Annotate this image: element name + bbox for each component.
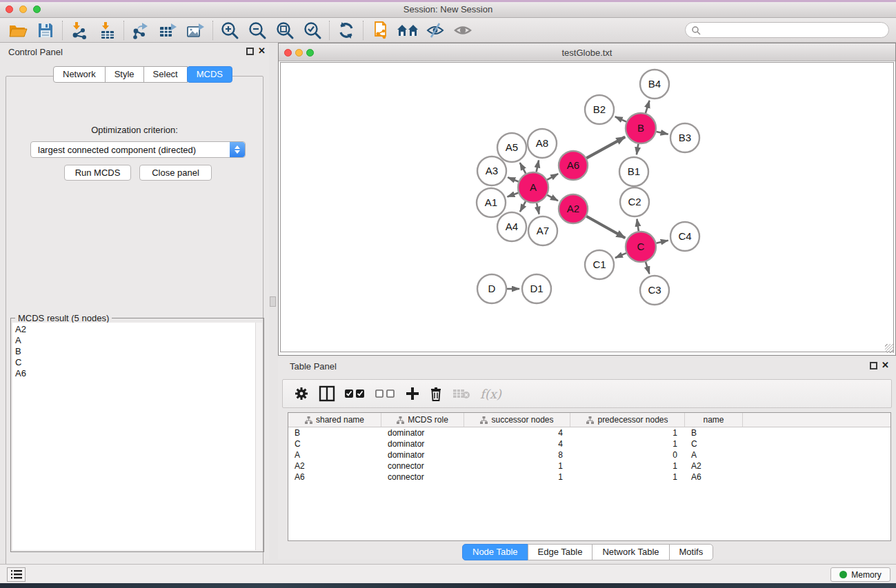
network-from-file-icon[interactable]	[366, 19, 394, 41]
node-label-B2: B2	[593, 103, 606, 115]
network-title: testGlobe.txt	[279, 48, 895, 58]
run-mcds-button[interactable]: Run MCDS	[64, 165, 131, 181]
table-header-row: shared nameMCDS rolesuccessor nodesprede…	[288, 413, 890, 427]
cell-MCDS-role: dominator	[381, 427, 464, 438]
node-label-A3: A3	[486, 165, 498, 176]
tab-motifs[interactable]: Motifs	[669, 544, 714, 560]
result-item[interactable]: A6	[15, 368, 255, 379]
edge-A6-B[interactable]	[586, 137, 625, 159]
zoom-in-icon[interactable]	[216, 19, 243, 41]
edge-C-C3[interactable]	[646, 262, 649, 274]
cell-shared-name: A	[288, 449, 381, 460]
cell-successor-nodes: 4	[464, 427, 570, 438]
export-image-icon[interactable]	[182, 19, 210, 41]
deselect-all-icon[interactable]	[375, 389, 396, 398]
cell-successor-nodes: 1	[464, 460, 570, 472]
column-header-name[interactable]: name	[685, 413, 743, 427]
column-header-predecessor-nodes[interactable]: predecessor nodes	[570, 413, 685, 427]
result-item[interactable]: C	[15, 357, 255, 368]
edge-B-B1[interactable]	[637, 144, 638, 155]
zoom-fit-icon[interactable]	[271, 19, 299, 41]
resize-grip-icon[interactable]	[885, 344, 894, 353]
zoom-selected-icon[interactable]	[299, 19, 326, 41]
optimization-dropdown[interactable]: largest connected component (directed)	[30, 141, 246, 158]
node-table[interactable]: shared nameMCDS rolesuccessor nodesprede…	[288, 412, 891, 541]
edge-A-A7[interactable]	[537, 203, 539, 214]
close-table-panel-icon[interactable]: ✕	[882, 360, 889, 370]
export-network-icon[interactable]	[127, 19, 155, 41]
column-header-shared-name[interactable]: shared name	[288, 413, 381, 427]
import-table-icon[interactable]	[93, 19, 121, 41]
float-table-panel-icon[interactable]	[870, 362, 877, 369]
edge-A-A3[interactable]	[508, 177, 518, 181]
edge-A-A1[interactable]	[508, 193, 519, 197]
result-item[interactable]: B	[15, 346, 255, 357]
tab-style[interactable]: Style	[105, 66, 144, 83]
search-input[interactable]	[701, 23, 888, 37]
column-label: MCDS role	[408, 415, 448, 425]
session-title: Session: New Session	[0, 4, 896, 14]
memory-status-icon	[839, 571, 847, 578]
table-row[interactable]: A6connector11A6	[288, 472, 890, 483]
home-icon[interactable]	[394, 19, 421, 41]
result-item[interactable]: A2	[15, 324, 255, 335]
edge-A-A6[interactable]	[547, 174, 558, 180]
export-table-icon[interactable]	[155, 19, 182, 41]
memory-button[interactable]: Memory	[830, 567, 890, 582]
edge-A-A2[interactable]	[547, 195, 558, 201]
network-view-window: testGlobe.txt B4B2BB3A5A8A6B1A3AA1C2A2A4…	[278, 43, 896, 356]
open-session-icon[interactable]	[4, 19, 32, 41]
splitter-handle[interactable]	[270, 296, 276, 307]
select-all-icon[interactable]	[345, 389, 366, 398]
tab-node-table[interactable]: Node Table	[462, 544, 528, 560]
tab-mcds[interactable]: MCDS	[187, 66, 232, 83]
zoom-out-icon[interactable]	[243, 19, 271, 41]
table-row[interactable]: Bdominator41B	[288, 427, 890, 438]
float-panel-icon[interactable]	[246, 48, 254, 55]
tab-network[interactable]: Network	[53, 66, 106, 83]
close-panel-button[interactable]: Close panel	[139, 165, 212, 181]
import-network-icon[interactable]	[66, 19, 93, 41]
add-column-icon[interactable]	[406, 387, 419, 401]
edge-A-A8[interactable]	[537, 160, 539, 172]
result-scrollbar[interactable]	[255, 323, 262, 550]
mcds-result-list[interactable]: A2ABCA6	[12, 323, 255, 550]
edge-A-A5[interactable]	[520, 163, 526, 174]
edge-B-B3[interactable]	[656, 132, 668, 134]
save-session-icon[interactable]	[32, 19, 59, 41]
edge-A-A4[interactable]	[520, 201, 526, 212]
task-history-button[interactable]	[7, 567, 26, 582]
close-panel-icon[interactable]: ✕	[258, 45, 266, 56]
table-row[interactable]: Adominator80A	[288, 449, 890, 460]
edge-B-B4[interactable]	[646, 101, 650, 113]
column-header-successor-nodes[interactable]: successor nodes	[464, 413, 570, 427]
table-row[interactable]: A2connector11A2	[288, 460, 890, 472]
tab-select[interactable]: Select	[143, 66, 188, 83]
table-row[interactable]: Cdominator41C	[288, 438, 890, 449]
hide-graphics-icon[interactable]	[421, 19, 449, 41]
cell-MCDS-role: connector	[381, 472, 464, 483]
edge-B-B2[interactable]	[615, 116, 626, 121]
settings-gear-icon[interactable]	[294, 386, 309, 401]
refresh-icon[interactable]	[332, 19, 360, 41]
column-layout-icon[interactable]	[319, 385, 335, 402]
edge-A2-C[interactable]	[586, 216, 625, 239]
result-item[interactable]: A	[15, 335, 255, 346]
network-graph[interactable]: B4B2BB3A5A8A6B1A3AA1C2A2A4A7CC4C1C3DD1	[281, 63, 893, 352]
node-label-C1: C1	[593, 258, 606, 270]
edge-C-C2[interactable]	[637, 219, 638, 231]
node-label-A8: A8	[536, 137, 548, 149]
search-field[interactable]	[685, 22, 889, 38]
cell-name: C	[685, 438, 743, 449]
column-header-MCDS-role[interactable]: MCDS role	[381, 413, 464, 427]
edge-C-C4[interactable]	[656, 241, 668, 243]
edge-C-C1[interactable]	[615, 253, 626, 258]
tab-network-table[interactable]: Network Table	[592, 544, 669, 560]
cell-predecessor-nodes: 1	[570, 438, 685, 449]
tab-edge-table[interactable]: Edge Table	[528, 544, 593, 560]
node-label-B3: B3	[679, 132, 691, 143]
mcds-panel: Optimization criterion: largest connecte…	[6, 76, 263, 587]
network-canvas[interactable]: B4B2BB3A5A8A6B1A3AA1C2A2A4A7CC4C1C3DD1	[280, 62, 894, 352]
delete-column-icon[interactable]	[429, 386, 443, 401]
show-graphics-icon[interactable]	[449, 19, 477, 41]
